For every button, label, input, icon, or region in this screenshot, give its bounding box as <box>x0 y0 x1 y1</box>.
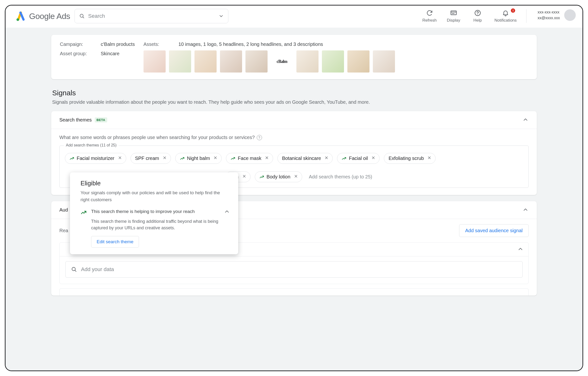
edit-search-theme-button[interactable]: Edit search theme <box>91 236 139 248</box>
search-theme-chip[interactable]: Exfoliating scrub <box>384 153 436 164</box>
search-input[interactable] <box>88 13 215 19</box>
remove-chip-button[interactable] <box>241 174 246 180</box>
help-label: Help <box>473 18 482 23</box>
google-ads-logo-icon <box>15 11 26 21</box>
trend-up-icon <box>230 156 235 161</box>
chevron-down-icon[interactable] <box>218 13 224 19</box>
display-button[interactable]: Display <box>446 9 461 23</box>
search-theme-chip[interactable]: Facial moisturizer <box>65 153 126 164</box>
campaign-summary-card: Campaign: c'Balm products Asset group: S… <box>51 35 537 79</box>
help-button[interactable]: Help <box>470 9 485 23</box>
divider <box>526 9 526 23</box>
collapse-search-themes[interactable] <box>522 116 529 123</box>
chip-label: SPF cream <box>135 156 159 161</box>
search-theme-chip[interactable]: Botanical skincare <box>277 153 333 164</box>
trend-up-icon <box>81 209 87 216</box>
close-icon <box>294 174 298 178</box>
close-icon <box>213 156 218 160</box>
notifications-badge: ! <box>511 8 515 13</box>
refresh-button[interactable]: Refresh <box>422 9 437 23</box>
close-icon <box>371 156 375 160</box>
assets-summary: 10 images, 1 logo, 5 headlines, 2 long h… <box>178 42 323 47</box>
trend-up-icon <box>342 156 346 161</box>
search-theme-chip[interactable]: Body lotion <box>255 171 302 182</box>
svg-point-0 <box>17 18 19 21</box>
display-label: Display <box>447 18 460 23</box>
close-icon <box>118 156 122 160</box>
chip-label: Facial oil <box>349 156 368 161</box>
asset-image-thumb[interactable] <box>245 51 268 73</box>
remove-chip-button[interactable] <box>370 156 375 161</box>
add-theme-placeholder[interactable]: Add search themes (up to 25) <box>306 174 372 180</box>
help-tooltip-icon[interactable]: ? <box>257 135 262 140</box>
remove-chip-button[interactable] <box>212 156 218 161</box>
chevron-up-icon <box>522 207 529 213</box>
assets-label: Assets: <box>143 42 159 47</box>
svg-point-7 <box>477 14 478 15</box>
close-icon <box>427 156 432 160</box>
close-icon <box>163 156 167 160</box>
popover-body: Your signals comply with our policies an… <box>81 189 230 203</box>
global-search[interactable] <box>75 9 228 23</box>
asset-image-thumb[interactable] <box>322 51 344 73</box>
search-icon <box>71 266 77 272</box>
search-theme-chip[interactable]: Facial oil <box>337 153 380 164</box>
popover-collapse[interactable] <box>224 209 230 215</box>
asset-group-value: Skincare <box>101 51 135 56</box>
eligible-popover: Eligible Your signals comply with our po… <box>70 172 238 254</box>
notifications-label: Notifications <box>494 18 517 23</box>
close-icon <box>324 156 329 160</box>
refresh-label: Refresh <box>422 18 437 23</box>
chip-label: Body lotion <box>267 174 290 180</box>
account-email: xx@xxxx.xxx <box>537 15 560 21</box>
remove-chip-button[interactable] <box>162 156 167 161</box>
popover-row-title: This search theme is helping to improve … <box>91 209 219 215</box>
svg-line-2 <box>83 17 84 18</box>
popover-row-sub: This search theme is finding additional … <box>91 218 219 231</box>
collapse-data-card[interactable] <box>517 246 523 253</box>
trend-up-icon <box>180 156 185 161</box>
svg-rect-3 <box>451 11 456 15</box>
asset-image-thumb[interactable] <box>373 51 395 73</box>
asset-group-label: Asset group: <box>60 51 98 56</box>
chevron-up-icon <box>522 116 529 123</box>
campaign-label: Campaign: <box>60 42 98 47</box>
brand-block: Google Ads <box>15 11 70 21</box>
asset-image-thumb[interactable] <box>220 51 242 73</box>
search-themes-prompt: What are some words or phrases people us… <box>59 135 255 140</box>
add-data-input-wrap[interactable] <box>65 261 523 278</box>
asset-image-thumb[interactable] <box>296 51 318 73</box>
close-icon <box>265 156 269 160</box>
account-block[interactable]: xxx-xxx-xxxx xx@xxxx.xxx <box>536 9 576 21</box>
brand-text: Google Ads <box>29 11 70 21</box>
chip-label: Exfoliating scrub <box>389 156 424 161</box>
chip-label: Botanical skincare <box>282 156 321 161</box>
signals-title: Signals <box>52 89 537 97</box>
collapse-audience[interactable] <box>522 207 529 213</box>
signals-subtitle: Signals provide valuable information abo… <box>52 99 537 105</box>
chip-label: Face mask <box>238 156 261 161</box>
close-icon <box>242 174 246 178</box>
asset-image-thumb[interactable] <box>169 51 191 73</box>
asset-image-thumb[interactable] <box>143 51 166 73</box>
beta-badge: BETA <box>95 117 107 123</box>
search-theme-chip[interactable]: Night balm <box>175 153 222 164</box>
campaign-value: c'Balm products <box>101 42 135 47</box>
remove-chip-button[interactable] <box>426 156 432 161</box>
add-saved-audience-button[interactable]: Add saved audience signal <box>459 224 529 237</box>
remove-chip-button[interactable] <box>323 156 329 161</box>
add-data-input[interactable] <box>81 266 517 272</box>
avatar[interactable] <box>564 9 576 21</box>
search-theme-chip[interactable]: Face mask <box>226 153 273 164</box>
display-icon <box>450 9 457 17</box>
asset-image-thumb[interactable] <box>347 51 370 73</box>
audience-next-card <box>59 288 529 296</box>
remove-chip-button[interactable] <box>293 174 298 180</box>
remove-chip-button[interactable] <box>264 156 269 161</box>
notifications-button[interactable]: ! Notifications <box>494 9 517 23</box>
asset-logo-thumb[interactable]: cBalm <box>271 51 293 73</box>
remove-chip-button[interactable] <box>117 156 122 161</box>
asset-image-thumb[interactable] <box>195 51 217 73</box>
search-theme-chip[interactable]: SPF cream <box>131 153 171 164</box>
audience-title: Aud <box>59 207 68 213</box>
